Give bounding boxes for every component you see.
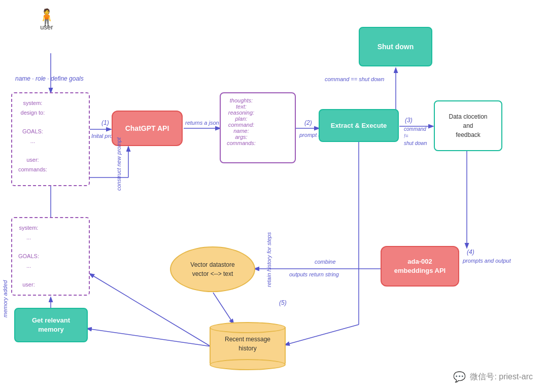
watermark-icon: 💬 xyxy=(453,371,466,383)
svg-line-10 xyxy=(213,293,233,324)
watermark: 💬 微信号: priest-arc xyxy=(453,371,533,383)
bottom-prompt-text: system:...GOALS:...user: xyxy=(12,218,45,295)
svg-line-16 xyxy=(87,329,211,346)
top-prompt-box: system:design to:GOALS:...user:commands: xyxy=(11,92,90,186)
top-prompt-text: system:design to:GOALS:...user:commands: xyxy=(12,93,53,180)
user-label: user xyxy=(40,23,53,31)
bottom-prompt-box: system:...GOALS:...user: xyxy=(11,217,90,296)
combine-label: combine xyxy=(315,259,336,265)
prompts-output-label: prompts and output xyxy=(463,258,511,264)
vector-datastore-node: Vector datastorevector <--> text xyxy=(170,246,255,292)
extract-execute-node: Extract & Execute xyxy=(319,109,399,142)
step1-label: (1) xyxy=(101,119,109,126)
retain-history-label: retain history for steps xyxy=(266,232,272,287)
recent-history-node: Recent messagehistory xyxy=(210,322,286,370)
user-figure: 🧍 user xyxy=(37,9,57,31)
returns-json-label: returns a json xyxy=(185,120,219,126)
command-shutdown-label: command == shut down xyxy=(325,76,384,82)
recent-history-label: Recent messagehistory xyxy=(210,335,286,353)
ada-embeddings-node: ada-002embeddings API xyxy=(381,246,459,287)
step4-label: (4) xyxy=(467,248,474,256)
name-role-label: name · role · define goals xyxy=(15,75,84,82)
step3-label: (3) xyxy=(405,117,413,124)
watermark-text: 微信号: priest-arc xyxy=(470,372,533,382)
memory-added-label: memory added xyxy=(2,280,8,317)
step5-label: (5) xyxy=(279,299,287,306)
construct-prompt-label: construct new prompt xyxy=(116,137,122,191)
command-not-shutdown-label: command!=shut down xyxy=(404,126,427,147)
get-memory-node: Get relevantmemory xyxy=(14,308,88,342)
step2-label: (2) xyxy=(304,119,312,126)
chatgpt-api-node: ChatGPT API xyxy=(112,111,183,146)
diagram: 🧍 user name · role · define goals system… xyxy=(0,0,548,392)
data-collection-node: Data clocetionandfeedback xyxy=(434,100,502,151)
thoughts-box: thoughts:text:reasoning:plan:command:nam… xyxy=(220,92,296,163)
svg-line-9 xyxy=(285,325,359,345)
shutdown-node: Shut down xyxy=(359,27,432,66)
outputs-return-string-label: outputs return string xyxy=(289,271,339,277)
